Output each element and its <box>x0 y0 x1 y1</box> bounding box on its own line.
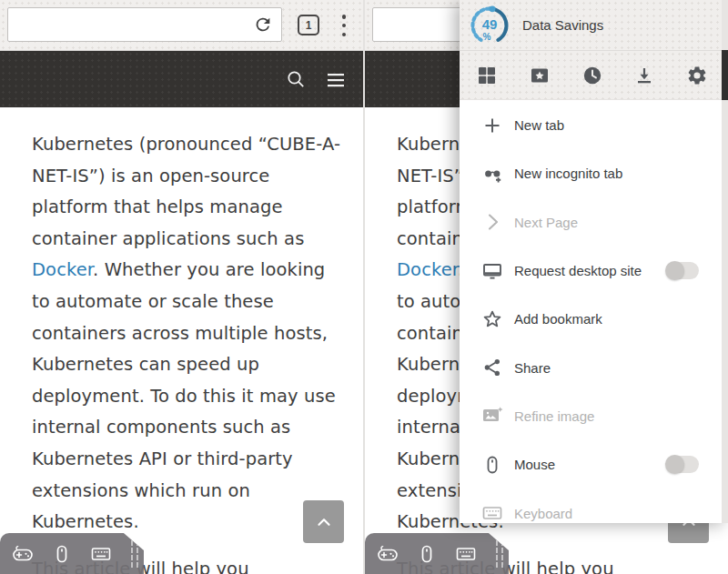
data-savings-percent: 49 <box>469 16 511 32</box>
article-line: Kubernetes API or third-party <box>32 444 363 476</box>
menu-item-label: Add bookmark <box>514 311 602 327</box>
history-icon[interactable] <box>581 65 603 86</box>
menu-item-add-bookmark[interactable]: Add bookmark <box>460 295 722 343</box>
browser-pane-left: 1 Kubernetes (pronounced “CUBE-A-NET-IS”… <box>0 0 363 574</box>
gamepad-icon[interactable] <box>12 543 34 565</box>
data-savings-percent-sign: % <box>469 32 505 42</box>
article-line: deployment. To do this it may use <box>32 381 363 413</box>
keyboard-icon[interactable] <box>90 543 112 565</box>
article-line: Docker. Whether you are looking <box>32 255 363 287</box>
menu-scrollbar-thumb[interactable] <box>722 50 728 100</box>
menu-item-label: Request desktop site <box>514 263 642 278</box>
gamepad-icon[interactable] <box>377 543 399 565</box>
menu-item-share[interactable]: Share <box>460 343 722 391</box>
toggle-knob <box>665 455 684 474</box>
tabs-grid-icon[interactable] <box>476 65 498 86</box>
input-tools-toolbar[interactable] <box>0 533 144 574</box>
menu-item-mouse[interactable]: Mouse <box>460 440 722 488</box>
article-line: to automate or scale these <box>32 287 363 318</box>
menu-items-list: New tabNew incognito tabNext PageRequest… <box>460 101 722 523</box>
menu-item-label: Keyboard <box>514 506 572 521</box>
article-line: internal components such as <box>32 412 363 444</box>
article-line: containers across multiple hosts, <box>32 318 363 350</box>
menu-quick-icons-row <box>460 51 728 100</box>
search-icon[interactable] <box>285 68 307 90</box>
chevron-right-icon <box>481 211 503 233</box>
reload-icon[interactable] <box>253 15 273 35</box>
docker-link[interactable]: Docker <box>32 259 93 280</box>
menu-item-label: Mouse <box>514 457 555 472</box>
site-header <box>0 51 363 107</box>
scroll-to-top-button[interactable] <box>303 500 344 543</box>
data-savings-ring: 49 % <box>469 5 511 46</box>
toggle-switch-off[interactable] <box>666 262 699 279</box>
keyboard-icon <box>481 502 503 523</box>
menu-item-label: Next Page <box>514 215 578 230</box>
url-input[interactable] <box>7 7 282 42</box>
menu-item-label: New incognito tab <box>514 166 622 181</box>
article-line: container applications such as <box>32 224 363 256</box>
desktop-icon <box>481 260 503 282</box>
article-line: platform that helps manage <box>32 192 363 224</box>
input-tools-toolbar[interactable] <box>365 533 509 574</box>
browser-menu-kebab-icon[interactable] <box>338 13 350 38</box>
menu-item-keyboard: Keyboard <box>460 488 722 523</box>
mouse-icon[interactable] <box>416 543 438 565</box>
incognito-icon <box>481 163 503 185</box>
keyboard-icon[interactable] <box>455 543 477 565</box>
hamburger-menu-icon[interactable] <box>325 69 347 91</box>
toggle-switch-off[interactable] <box>666 456 699 473</box>
menu-item-refine-image: Refine image <box>460 392 722 440</box>
docker-link[interactable]: Docker <box>397 259 458 280</box>
menu-item-next-page: Next Page <box>460 198 722 247</box>
mouse-icon <box>481 454 503 476</box>
star-icon <box>481 308 503 330</box>
menu-item-new-tab[interactable]: New tab <box>460 101 722 149</box>
share-icon <box>481 357 503 378</box>
menu-item-label: New tab <box>514 117 564 133</box>
toggle-knob <box>665 261 684 280</box>
article-line: Kubernetes (pronounced “CUBE-A- <box>32 129 363 161</box>
menu-item-request-desktop-site[interactable]: Request desktop site <box>460 247 722 295</box>
article-line: Kubernetes can speed up <box>32 349 363 381</box>
menu-item-label: Share <box>514 360 551 376</box>
settings-icon[interactable] <box>686 65 708 86</box>
downloads-icon[interactable] <box>633 65 655 86</box>
bookmarks-icon[interactable] <box>529 65 551 86</box>
browser-chrome-bar: 1 <box>0 0 363 51</box>
data-savings-header[interactable]: 49 % Data Savings <box>460 0 728 51</box>
mouse-icon[interactable] <box>51 543 73 565</box>
pane-divider <box>363 0 365 574</box>
refine-image-icon <box>481 405 503 427</box>
plus-icon <box>481 115 503 136</box>
browser-split-screen: 1 Kubernetes (pronounced “CUBE-A-NET-IS”… <box>0 0 728 574</box>
menu-item-new-incognito-tab[interactable]: New incognito tab <box>460 149 722 197</box>
data-savings-label: Data Savings <box>522 17 603 33</box>
article-line: NET-IS”) is an open-source <box>32 161 363 193</box>
menu-item-label: Refine image <box>514 408 594 424</box>
menu-scrollbar-track[interactable] <box>722 0 728 523</box>
browser-menu-popup: 49 % Data Savings New tabNew incognito t… <box>460 0 728 523</box>
tab-counter-button[interactable]: 1 <box>298 15 319 35</box>
